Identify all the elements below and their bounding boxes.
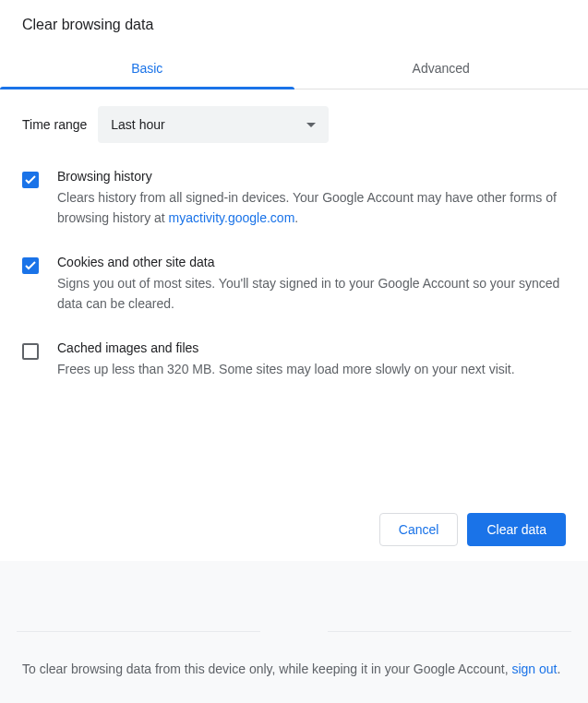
option-text: Browsing history Clears history from all… <box>57 169 566 229</box>
option-desc-pre: Frees up less than 320 MB. Some sites ma… <box>57 362 515 376</box>
checkbox-browsing-history[interactable] <box>22 172 39 188</box>
option-title: Cached images and files <box>57 340 566 355</box>
footer-divider <box>17 561 571 562</box>
option-desc-pre: Signs you out of most sites. You'll stay… <box>57 276 559 311</box>
time-range-label: Time range <box>22 117 87 132</box>
footer-text: To clear browsing data from this device … <box>22 659 566 681</box>
tab-advanced-label: Advanced <box>413 61 470 76</box>
option-text: Cookies and other site data Signs you ou… <box>57 255 566 315</box>
sign-out-link[interactable]: sign out <box>511 661 557 676</box>
option-title: Cookies and other site data <box>57 255 566 269</box>
checkmark-icon <box>25 175 36 185</box>
option-title: Browsing history <box>57 169 566 184</box>
cancel-button-label: Cancel <box>399 522 439 537</box>
clear-data-button-label: Clear data <box>486 522 546 537</box>
footer-text-pre: To clear browsing data from this device … <box>22 661 511 676</box>
checkbox-cookies[interactable] <box>22 257 39 274</box>
tab-advanced[interactable]: Advanced <box>294 48 589 89</box>
clear-browsing-data-dialog: Clear browsing data Basic Advanced Time … <box>0 0 588 703</box>
tab-basic-label: Basic <box>131 61 162 76</box>
option-desc: Clears history from all signed-in device… <box>57 187 566 229</box>
time-range-row: Time range Last hour <box>22 106 566 143</box>
time-range-select[interactable]: Last hour <box>98 106 329 143</box>
dialog-footer: To clear browsing data from this device … <box>0 561 588 703</box>
option-desc: Signs you out of most sites. You'll stay… <box>57 273 566 315</box>
tab-bar: Basic Advanced <box>0 48 588 89</box>
tab-basic[interactable]: Basic <box>0 48 294 89</box>
time-range-value: Last hour <box>111 117 164 132</box>
myactivity-link[interactable]: myactivity.google.com <box>169 210 295 225</box>
checkbox-cached[interactable] <box>22 343 39 360</box>
option-desc-post: . <box>294 210 298 225</box>
option-cookies: Cookies and other site data Signs you ou… <box>22 255 566 315</box>
option-cached: Cached images and files Frees up less th… <box>22 340 566 379</box>
cancel-button[interactable]: Cancel <box>379 513 459 546</box>
dialog-title: Clear browsing data <box>22 17 566 33</box>
dialog-header: Clear browsing data <box>0 0 588 39</box>
chevron-down-icon <box>306 123 316 127</box>
option-desc: Frees up less than 320 MB. Some sites ma… <box>57 359 566 379</box>
option-browsing-history: Browsing history Clears history from all… <box>22 169 566 229</box>
clear-data-button[interactable]: Clear data <box>467 513 566 546</box>
option-desc-pre: Clears history from all signed-in device… <box>57 190 557 225</box>
option-text: Cached images and files Frees up less th… <box>57 340 566 379</box>
dialog-button-row: Cancel Clear data <box>0 498 588 561</box>
footer-text-post: . <box>558 661 561 676</box>
dialog-content: Time range Last hour Browsing history Cl… <box>0 89 588 498</box>
checkmark-icon <box>25 261 36 270</box>
